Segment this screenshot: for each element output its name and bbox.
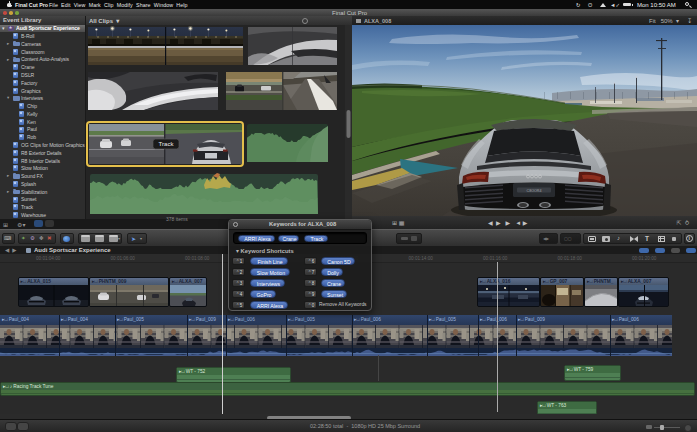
svg-text:C8OOR4: C8OOR4 bbox=[527, 189, 542, 193]
svg-text:Track: Track bbox=[159, 141, 175, 147]
